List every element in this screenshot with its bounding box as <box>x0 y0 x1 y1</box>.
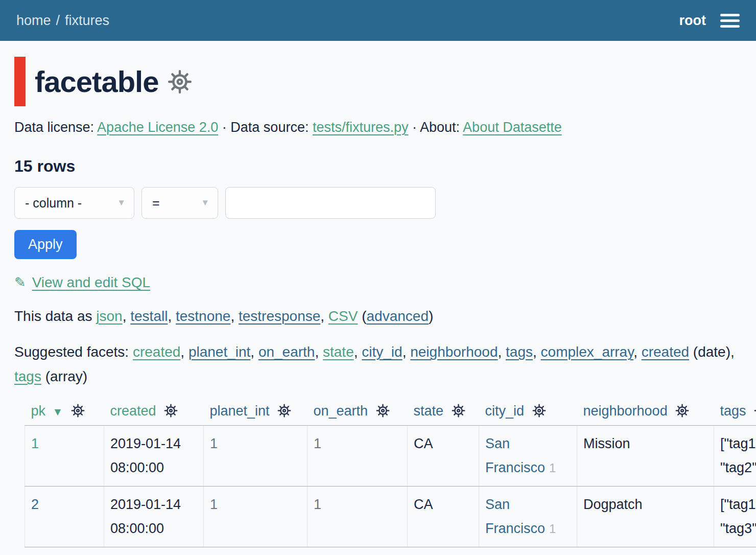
column-neighborhood-link[interactable]: neighborhood <box>583 403 668 419</box>
city-count-badge: 1 <box>549 522 556 536</box>
facet-created-date-link[interactable]: created <box>642 344 689 360</box>
meta-separator: · <box>412 120 417 135</box>
facet-tags-array-link[interactable]: tags <box>14 368 41 384</box>
cell-on-earth: 1 <box>308 487 408 547</box>
separator: ) <box>429 308 433 324</box>
nav-right: root <box>679 12 740 30</box>
gear-icon[interactable] <box>277 404 291 418</box>
column-pk-link[interactable]: pk <box>31 403 46 419</box>
facet-on-earth-link[interactable]: on_earth <box>258 344 315 360</box>
gear-icon[interactable] <box>376 404 390 418</box>
column-tags-link[interactable]: tags <box>720 403 746 419</box>
column-header-created: created <box>104 398 204 426</box>
separator: , <box>230 308 239 324</box>
gear-icon[interactable] <box>164 404 178 418</box>
cell-created: 2019-01-14 08:00:00 <box>104 426 204 487</box>
export-testnone-link[interactable]: testnone <box>176 308 230 324</box>
chevron-down-icon: ▼ <box>117 198 126 208</box>
pencil-icon: ✎ <box>14 274 26 291</box>
export-links-line: This data as json, testall, testnone, te… <box>14 308 742 325</box>
row-pk-link[interactable]: 1 <box>31 436 39 451</box>
facet-state-link[interactable]: state <box>323 344 354 360</box>
export-csv-link[interactable]: CSV <box>328 308 358 324</box>
table-gear-icon[interactable] <box>168 70 192 94</box>
facet-city-id-link[interactable]: city_id <box>362 344 402 360</box>
source-label: Data source: <box>230 120 309 135</box>
about-label: About: <box>420 120 460 135</box>
export-advanced-link[interactable]: advanced <box>367 308 429 324</box>
breadcrumb-home-link[interactable]: home <box>16 13 51 29</box>
column-header-neighborhood: neighborhood <box>577 398 714 426</box>
view-edit-sql-link[interactable]: View and edit SQL <box>32 274 150 291</box>
gear-icon[interactable] <box>71 404 85 418</box>
license-label: Data license: <box>14 120 94 135</box>
separator: , <box>354 344 362 360</box>
top-nav: home / fixtures root <box>0 0 756 41</box>
separator: ( <box>358 308 366 324</box>
filter-operator-select[interactable]: = ▼ <box>141 187 218 219</box>
about-link[interactable]: About Datasette <box>463 120 562 135</box>
column-header-tags: tags <box>714 398 756 426</box>
meta-separator: · <box>222 120 227 135</box>
column-header-planet-int: planet_int <box>204 398 308 426</box>
facet-neighborhood-link[interactable]: neighborhood <box>410 344 498 360</box>
city-link[interactable]: San Francisco <box>485 497 545 536</box>
breadcrumb-separator: / <box>56 13 60 29</box>
column-planet-int-link[interactable]: planet_int <box>210 403 270 419</box>
filter-column-value: - column - <box>25 196 82 211</box>
filter-row: - column - ▼ = ▼ <box>14 187 742 219</box>
apply-button[interactable]: Apply <box>14 230 77 259</box>
gear-icon[interactable] <box>754 404 756 418</box>
breadcrumb-fixtures-link[interactable]: fixtures <box>65 13 109 29</box>
breadcrumb: home / fixtures <box>16 13 109 29</box>
column-state-link[interactable]: state <box>414 403 444 419</box>
results-table: pk ▼ created planet_int on_earth s <box>25 398 756 547</box>
cell-on-earth: 1 <box>308 426 408 487</box>
filter-value-input[interactable] <box>225 187 436 219</box>
cell-planet-int: 1 <box>204 487 308 547</box>
cell-neighborhood: Dogpatch <box>577 487 714 547</box>
license-link[interactable]: Apache License 2.0 <box>97 120 218 135</box>
row-count: 15 rows <box>14 157 742 176</box>
sql-link-row: ✎ View and edit SQL <box>14 274 742 291</box>
column-header-on-earth: on_earth <box>308 398 408 426</box>
separator: , <box>320 308 328 324</box>
separator: , <box>123 308 131 324</box>
city-count-badge: 1 <box>549 461 556 475</box>
user-root-link[interactable]: root <box>679 13 706 29</box>
facet-tags-link[interactable]: tags <box>506 344 533 360</box>
gear-icon[interactable] <box>452 404 465 418</box>
export-testresponse-link[interactable]: testresponse <box>239 308 320 324</box>
export-testall-link[interactable]: testall <box>130 308 168 324</box>
cell-state: CA <box>408 487 479 547</box>
facet-created-link[interactable]: created <box>133 344 180 360</box>
page-title: facetable <box>35 64 158 99</box>
separator: , <box>168 308 176 324</box>
menu-bar <box>720 14 740 16</box>
separator: , <box>250 344 258 360</box>
gear-icon[interactable] <box>675 404 689 418</box>
separator: , <box>533 344 541 360</box>
city-link[interactable]: San Francisco <box>485 436 545 475</box>
column-header-city-id: city_id <box>479 398 577 426</box>
cell-planet-int: 1 <box>204 426 308 487</box>
table-row: 2 2019-01-14 08:00:00 1 1 CA San Francis… <box>25 487 756 547</box>
facet-suffix: (date), <box>689 344 735 360</box>
separator: , <box>633 344 642 360</box>
column-header-pk: pk ▼ <box>25 398 104 426</box>
filter-column-select[interactable]: - column - ▼ <box>14 187 134 219</box>
gear-icon[interactable] <box>532 404 546 418</box>
hamburger-menu-icon[interactable] <box>720 12 740 30</box>
column-city-id-link[interactable]: city_id <box>485 403 525 419</box>
column-created-link[interactable]: created <box>110 403 156 419</box>
sort-desc-icon: ▼ <box>53 406 63 418</box>
cell-tags: ["tag1", "tag2"] <box>714 426 756 487</box>
export-json-link[interactable]: json <box>96 308 122 324</box>
facet-planet-int-link[interactable]: planet_int <box>188 344 250 360</box>
source-link[interactable]: tests/fixtures.py <box>313 120 409 135</box>
facet-complex-array-link[interactable]: complex_array <box>541 344 634 360</box>
separator: , <box>180 344 188 360</box>
suggested-facets-line: Suggested facets: created, planet_int, o… <box>14 340 736 389</box>
column-on-earth-link[interactable]: on_earth <box>314 403 368 419</box>
row-pk-link[interactable]: 2 <box>31 497 39 512</box>
